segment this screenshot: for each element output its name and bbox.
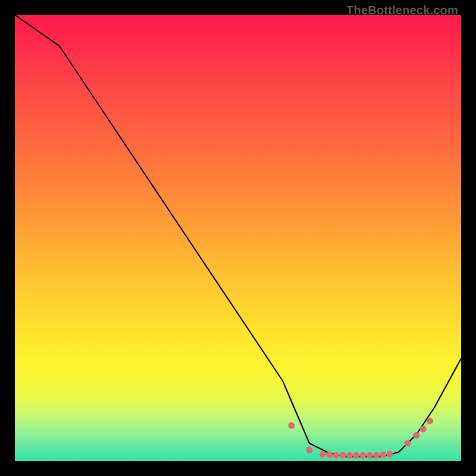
chart-plot-area xyxy=(15,15,461,461)
optimum-dot xyxy=(380,452,386,458)
optimum-dot xyxy=(373,452,380,459)
optimum-dot xyxy=(326,452,333,458)
chart-svg xyxy=(15,15,461,461)
optimum-dot xyxy=(420,426,427,433)
optimum-dot xyxy=(320,451,326,458)
bottleneck-curve xyxy=(15,15,461,457)
optimum-dot xyxy=(346,452,353,459)
optimum-dot xyxy=(353,452,359,459)
optimum-dot xyxy=(340,452,346,459)
optimum-dot xyxy=(427,418,433,424)
optimum-dot xyxy=(367,452,373,459)
optimum-dot xyxy=(289,422,295,429)
optimum-dot xyxy=(306,447,313,453)
optimum-dots xyxy=(289,418,434,459)
optimum-dot xyxy=(360,452,367,459)
chart-frame: TheBottleneck.com xyxy=(0,0,476,476)
optimum-dot xyxy=(414,432,420,439)
optimum-dot xyxy=(333,452,340,459)
optimum-dot xyxy=(405,440,411,447)
optimum-dot xyxy=(387,451,393,458)
